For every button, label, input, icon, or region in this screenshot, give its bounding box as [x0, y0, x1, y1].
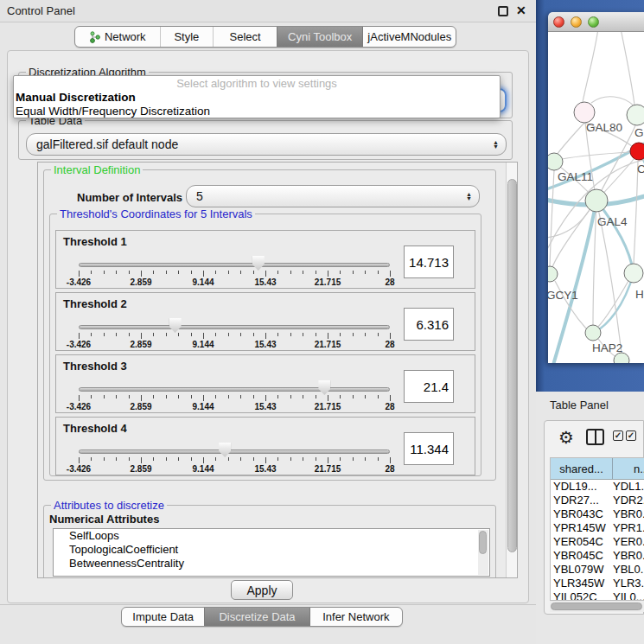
slider-tick-label: 15.43: [254, 277, 276, 287]
network-icon: [89, 31, 100, 43]
slider-tick: [203, 457, 204, 463]
tab-label: Infer Network: [322, 610, 389, 623]
slider-tick-label: -3.426: [67, 402, 91, 411]
slider-thumb[interactable]: [252, 256, 265, 271]
network-node[interactable]: [548, 266, 558, 282]
attribute-item[interactable]: BetweennessCentrality: [54, 557, 489, 571]
table-row[interactable]: YLR345WYLR3...: [551, 577, 644, 590]
tab-network[interactable]: Network: [75, 27, 160, 47]
dropdown-option-manual[interactable]: Manual Discretization: [14, 91, 500, 105]
gear-icon[interactable]: ⚙: [558, 427, 574, 448]
slider-tick-label: 9.144: [192, 464, 214, 474]
network-node[interactable]: [585, 325, 601, 341]
attributes-list-scroll-thumb[interactable]: [479, 531, 487, 554]
slider-tick: [378, 271, 379, 274]
table-row[interactable]: YPR145WYPR1...: [551, 521, 644, 535]
thresholds-group-label: Threshold's Coordinates for 5 Intervals: [57, 207, 255, 220]
network-node[interactable]: [627, 105, 644, 125]
slider-track[interactable]: [79, 325, 390, 329]
panel-scroll-thumb[interactable]: [507, 179, 517, 552]
float-window-icon[interactable]: [498, 6, 508, 16]
panel-scrollbar[interactable]: [506, 163, 518, 577]
slider-track[interactable]: [79, 450, 390, 454]
table-row[interactable]: YBL079WYBL0...: [551, 563, 644, 577]
network-node[interactable]: [630, 143, 644, 160]
table-horizontal-scroll-thumb[interactable]: [551, 603, 642, 610]
zoom-traffic-light-icon[interactable]: [588, 16, 599, 28]
tab-impute-data[interactable]: Impute Data: [122, 608, 204, 626]
slider-tick: [129, 395, 130, 399]
table-row[interactable]: YBR043CYBR0...: [551, 507, 644, 521]
network-node[interactable]: [624, 264, 643, 283]
network-node[interactable]: [585, 189, 608, 212]
number-of-intervals-combobox[interactable]: 5 ▲▼: [186, 185, 480, 207]
threshold-value-field[interactable]: 21.4: [404, 370, 454, 403]
tab-style[interactable]: Style: [160, 27, 214, 47]
slider-tick: [129, 271, 130, 274]
slider-thumb[interactable]: [219, 443, 231, 457]
table-horizontal-scrollbar[interactable]: [550, 601, 644, 612]
window-title: Control Panel: [7, 4, 75, 17]
network-graph: GAL80GCGAL11GAL4GCY1HHAP2: [548, 32, 644, 363]
network-node[interactable]: [548, 153, 563, 170]
slider-thumb[interactable]: [318, 380, 330, 395]
tab-select[interactable]: Select: [213, 27, 277, 47]
close-icon[interactable]: ✕: [516, 3, 526, 17]
numerical-attributes-list[interactable]: SelfLoopsTopologicalCoefficientBetweenne…: [53, 528, 490, 577]
column-header-shared-name[interactable]: shared...: [551, 458, 613, 479]
threshold-title: Threshold 1: [63, 235, 127, 248]
checkbox-select-icon[interactable]: ✓: [613, 430, 623, 441]
checkbox-select-all-icon[interactable]: ✓: [626, 430, 636, 441]
slider-tick: [240, 457, 241, 461]
slider-tick: [240, 395, 241, 399]
slider-tick: [79, 395, 80, 401]
slider-tick: [277, 395, 278, 399]
slider-track[interactable]: [79, 263, 390, 267]
slider-thumb[interactable]: [169, 318, 182, 333]
table-row[interactable]: YER054CYER0...: [551, 535, 644, 549]
table-row[interactable]: YDR27...YDR2...: [551, 494, 644, 507]
network-canvas[interactable]: GAL80GCGAL11GAL4GCY1HHAP2: [548, 32, 644, 363]
apply-button[interactable]: Apply: [231, 580, 293, 600]
threshold-value-field[interactable]: 6.316: [404, 308, 454, 341]
slider-tick: [253, 333, 254, 336]
split-columns-icon[interactable]: [586, 429, 604, 445]
dropdown-option-equal-width[interactable]: Equal Width/Frequency Discretization: [14, 105, 500, 118]
attributes-list-scrollbar[interactable]: [478, 530, 488, 575]
number-of-intervals-label: Number of Intervals: [77, 191, 182, 204]
cell-shared-name: YDR27...: [551, 494, 613, 507]
table-row[interactable]: YBR045CYBR0...: [551, 549, 644, 563]
slider-track[interactable]: [79, 387, 390, 392]
attribute-item[interactable]: SelfLoops: [54, 529, 489, 543]
threshold-value-field[interactable]: 11.344: [404, 432, 454, 465]
slider-tick: [166, 271, 167, 274]
network-node[interactable]: [574, 102, 595, 123]
close-traffic-light-icon[interactable]: [553, 16, 564, 28]
threshold-title: Threshold 4: [63, 422, 127, 435]
minimize-traffic-light-icon[interactable]: [571, 16, 582, 28]
slider-tick: [328, 271, 328, 277]
slider-tick-label: -3.426: [67, 340, 91, 349]
attribute-item[interactable]: TopologicalCoefficient: [54, 543, 489, 557]
column-header-name[interactable]: n...: [613, 458, 644, 479]
slider-tick: [178, 395, 179, 399]
table-data-combobox[interactable]: galFiltered.sif default node ▲▼: [26, 133, 507, 156]
tab-cyni-toolbox[interactable]: Cyni Toolbox: [277, 27, 363, 47]
combobox-arrows-icon: ▲▼: [466, 192, 472, 201]
slider-tick: [328, 457, 328, 463]
tab-infer-network[interactable]: Infer Network: [309, 608, 402, 626]
tab-discretize-data[interactable]: Discretize Data: [204, 608, 309, 626]
slider-tick: [328, 333, 328, 339]
right-section: GAL80GCGAL11GAL4GCY1HHAP2 Table Panel ⚙ …: [536, 0, 644, 644]
table-row[interactable]: YDL19...YDL1...: [551, 480, 644, 494]
slider-tick-label: 15.43: [254, 402, 276, 411]
slider-tick: [290, 271, 291, 274]
threshold-value-field[interactable]: 14.713: [404, 245, 454, 278]
slider-tick: [228, 271, 229, 274]
slider-tick: [203, 395, 204, 401]
tab-jactivemnodules[interactable]: jActiveMNodules: [362, 27, 456, 47]
network-edge: [583, 32, 598, 102]
table-row[interactable]: YIL052CYIL0...: [551, 590, 644, 601]
node-attribute-table[interactable]: shared...n...YDL19...YDL1...YDR27...YDR2…: [550, 457, 644, 601]
threshold-panel-2: Threshold 2-3.4262.8599.14415.4321.71528…: [55, 292, 475, 351]
